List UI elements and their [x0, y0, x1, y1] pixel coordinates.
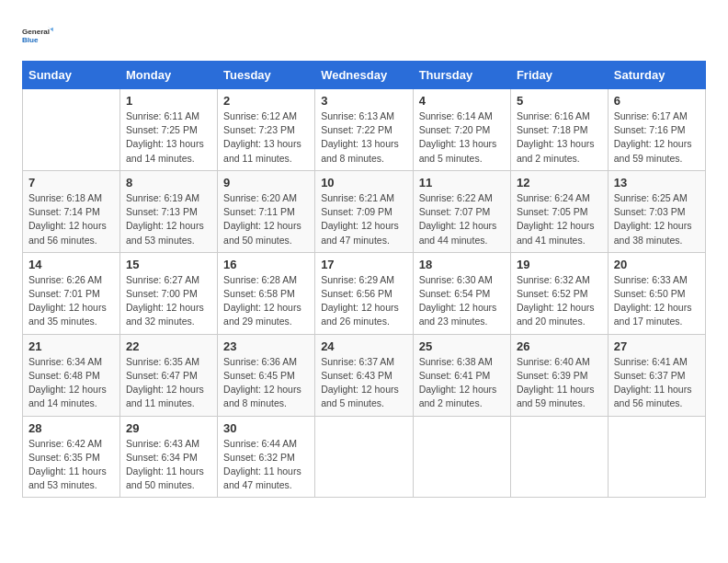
day-number: 26 — [517, 339, 602, 353]
day-info: Sunrise: 6:21 AMSunset: 7:09 PMDaylight:… — [321, 191, 407, 247]
day-cell — [413, 416, 510, 498]
day-info: Sunrise: 6:41 AMSunset: 6:37 PMDaylight:… — [614, 355, 700, 411]
day-number: 11 — [419, 176, 505, 190]
week-row-5: 28Sunrise: 6:42 AMSunset: 6:35 PMDayligh… — [23, 416, 706, 498]
day-info: Sunrise: 6:29 AMSunset: 6:56 PMDaylight:… — [321, 273, 407, 329]
svg-text:Blue: Blue — [22, 36, 39, 44]
day-number: 8 — [126, 176, 211, 190]
day-number: 25 — [419, 339, 505, 353]
day-info: Sunrise: 6:25 AMSunset: 7:03 PMDaylight:… — [614, 191, 700, 247]
day-cell: 1Sunrise: 6:11 AMSunset: 7:25 PMDaylight… — [120, 89, 218, 171]
day-number: 28 — [28, 421, 114, 435]
header-row: SundayMondayTuesdayWednesdayThursdayFrid… — [23, 62, 706, 89]
day-cell: 17Sunrise: 6:29 AMSunset: 6:56 PMDayligh… — [315, 252, 414, 334]
day-cell: 18Sunrise: 6:30 AMSunset: 6:54 PMDayligh… — [413, 252, 510, 334]
svg-marker-2 — [51, 28, 53, 32]
day-cell: 13Sunrise: 6:25 AMSunset: 7:03 PMDayligh… — [608, 170, 705, 252]
day-number: 4 — [419, 94, 505, 108]
header-tuesday: Tuesday — [218, 62, 315, 89]
day-cell: 24Sunrise: 6:37 AMSunset: 6:43 PMDayligh… — [315, 334, 414, 416]
day-cell: 29Sunrise: 6:43 AMSunset: 6:34 PMDayligh… — [120, 416, 218, 498]
day-info: Sunrise: 6:19 AMSunset: 7:13 PMDaylight:… — [126, 191, 211, 247]
day-info: Sunrise: 6:22 AMSunset: 7:07 PMDaylight:… — [419, 191, 505, 247]
day-number: 2 — [223, 94, 309, 108]
day-info: Sunrise: 6:24 AMSunset: 7:05 PMDaylight:… — [517, 191, 602, 247]
day-cell: 30Sunrise: 6:44 AMSunset: 6:32 PMDayligh… — [218, 416, 315, 498]
day-cell — [315, 416, 414, 498]
day-cell: 9Sunrise: 6:20 AMSunset: 7:11 PMDaylight… — [218, 170, 315, 252]
day-cell: 21Sunrise: 6:34 AMSunset: 6:48 PMDayligh… — [23, 334, 120, 416]
week-row-4: 21Sunrise: 6:34 AMSunset: 6:48 PMDayligh… — [23, 334, 706, 416]
day-cell: 4Sunrise: 6:14 AMSunset: 7:20 PMDaylight… — [413, 89, 510, 171]
day-info: Sunrise: 6:38 AMSunset: 6:41 PMDaylight:… — [419, 355, 505, 411]
day-info: Sunrise: 6:14 AMSunset: 7:20 PMDaylight:… — [419, 109, 505, 166]
header-wednesday: Wednesday — [315, 62, 414, 89]
day-cell: 10Sunrise: 6:21 AMSunset: 7:09 PMDayligh… — [315, 170, 414, 252]
day-number: 21 — [28, 339, 114, 353]
day-info: Sunrise: 6:33 AMSunset: 6:50 PMDaylight:… — [614, 273, 700, 329]
day-cell: 26Sunrise: 6:40 AMSunset: 6:39 PMDayligh… — [510, 334, 608, 416]
day-cell: 23Sunrise: 6:36 AMSunset: 6:45 PMDayligh… — [218, 334, 315, 416]
day-cell: 19Sunrise: 6:32 AMSunset: 6:52 PMDayligh… — [510, 252, 608, 334]
day-cell: 22Sunrise: 6:35 AMSunset: 6:47 PMDayligh… — [120, 334, 218, 416]
week-row-2: 7Sunrise: 6:18 AMSunset: 7:14 PMDaylight… — [23, 170, 706, 252]
day-number: 9 — [223, 176, 309, 190]
day-info: Sunrise: 6:17 AMSunset: 7:16 PMDaylight:… — [614, 109, 700, 166]
header-friday: Friday — [510, 62, 608, 89]
week-row-3: 14Sunrise: 6:26 AMSunset: 7:01 PMDayligh… — [23, 252, 706, 334]
day-number: 19 — [517, 258, 602, 271]
header-thursday: Thursday — [413, 62, 510, 89]
day-info: Sunrise: 6:12 AMSunset: 7:23 PMDaylight:… — [223, 109, 309, 166]
svg-text:General: General — [22, 28, 50, 36]
day-info: Sunrise: 6:42 AMSunset: 6:35 PMDaylight:… — [28, 437, 114, 493]
day-info: Sunrise: 6:28 AMSunset: 6:58 PMDaylight:… — [223, 273, 309, 329]
day-cell: 11Sunrise: 6:22 AMSunset: 7:07 PMDayligh… — [413, 170, 510, 252]
header: GeneralBlue — [22, 18, 706, 52]
logo: GeneralBlue — [22, 18, 55, 52]
day-number: 18 — [419, 258, 505, 271]
day-number: 17 — [321, 258, 407, 271]
week-row-1: 1Sunrise: 6:11 AMSunset: 7:25 PMDaylight… — [23, 89, 706, 171]
day-number: 14 — [28, 258, 114, 271]
day-cell: 12Sunrise: 6:24 AMSunset: 7:05 PMDayligh… — [510, 170, 608, 252]
day-info: Sunrise: 6:34 AMSunset: 6:48 PMDaylight:… — [28, 355, 114, 411]
day-info: Sunrise: 6:37 AMSunset: 6:43 PMDaylight:… — [321, 355, 407, 411]
header-sunday: Sunday — [23, 62, 120, 89]
day-info: Sunrise: 6:30 AMSunset: 6:54 PMDaylight:… — [419, 273, 505, 329]
header-saturday: Saturday — [608, 62, 705, 89]
day-number: 15 — [126, 258, 211, 271]
day-number: 7 — [28, 176, 114, 190]
day-number: 1 — [126, 94, 211, 108]
day-cell: 28Sunrise: 6:42 AMSunset: 6:35 PMDayligh… — [23, 416, 120, 498]
day-info: Sunrise: 6:11 AMSunset: 7:25 PMDaylight:… — [126, 109, 211, 166]
day-info: Sunrise: 6:43 AMSunset: 6:34 PMDaylight:… — [126, 437, 211, 493]
day-cell: 25Sunrise: 6:38 AMSunset: 6:41 PMDayligh… — [413, 334, 510, 416]
day-cell: 2Sunrise: 6:12 AMSunset: 7:23 PMDaylight… — [218, 89, 315, 171]
day-cell: 15Sunrise: 6:27 AMSunset: 7:00 PMDayligh… — [120, 252, 218, 334]
day-info: Sunrise: 6:18 AMSunset: 7:14 PMDaylight:… — [28, 191, 114, 247]
day-info: Sunrise: 6:36 AMSunset: 6:45 PMDaylight:… — [223, 355, 309, 411]
day-number: 22 — [126, 339, 211, 353]
day-info: Sunrise: 6:44 AMSunset: 6:32 PMDaylight:… — [223, 437, 309, 493]
day-cell: 6Sunrise: 6:17 AMSunset: 7:16 PMDaylight… — [608, 89, 705, 171]
day-cell: 16Sunrise: 6:28 AMSunset: 6:58 PMDayligh… — [218, 252, 315, 334]
day-cell: 3Sunrise: 6:13 AMSunset: 7:22 PMDaylight… — [315, 89, 414, 171]
day-info: Sunrise: 6:20 AMSunset: 7:11 PMDaylight:… — [223, 191, 309, 247]
day-cell: 7Sunrise: 6:18 AMSunset: 7:14 PMDaylight… — [23, 170, 120, 252]
day-number: 3 — [321, 94, 407, 108]
day-cell: 20Sunrise: 6:33 AMSunset: 6:50 PMDayligh… — [608, 252, 705, 334]
day-info: Sunrise: 6:27 AMSunset: 7:00 PMDaylight:… — [126, 273, 211, 329]
day-number: 16 — [223, 258, 309, 271]
calendar-table: SundayMondayTuesdayWednesdayThursdayFrid… — [22, 61, 706, 498]
day-cell: 14Sunrise: 6:26 AMSunset: 7:01 PMDayligh… — [23, 252, 120, 334]
day-cell — [608, 416, 705, 498]
day-number: 20 — [614, 258, 700, 271]
day-number: 29 — [126, 421, 211, 435]
day-number: 10 — [321, 176, 407, 190]
day-info: Sunrise: 6:13 AMSunset: 7:22 PMDaylight:… — [321, 109, 407, 166]
day-info: Sunrise: 6:35 AMSunset: 6:47 PMDaylight:… — [126, 355, 211, 411]
day-number: 12 — [517, 176, 602, 190]
header-monday: Monday — [120, 62, 218, 89]
day-number: 5 — [517, 94, 602, 108]
day-cell: 5Sunrise: 6:16 AMSunset: 7:18 PMDaylight… — [510, 89, 608, 171]
